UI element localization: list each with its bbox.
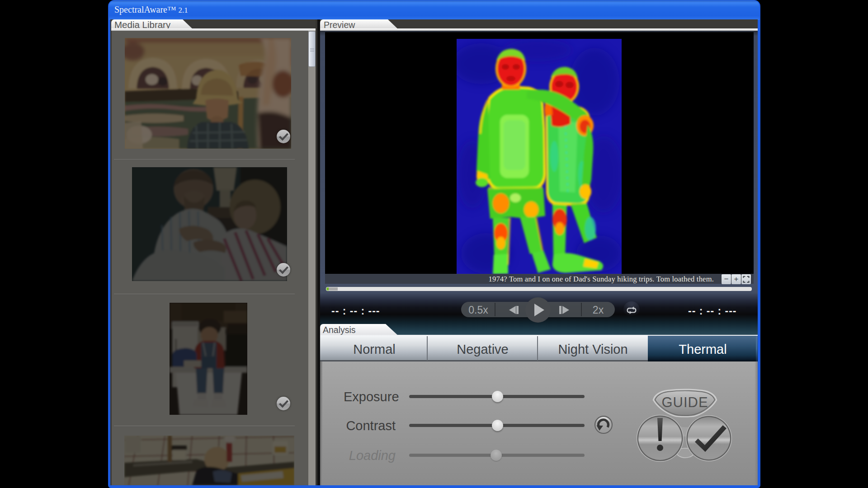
- svg-text:GUIDE: GUIDE: [661, 394, 708, 410]
